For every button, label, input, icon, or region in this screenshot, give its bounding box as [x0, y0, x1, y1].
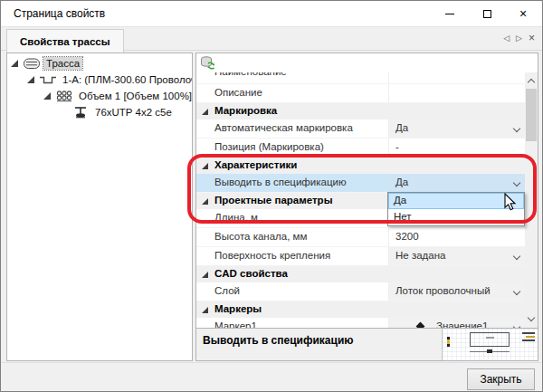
- collapse-triangle-icon[interactable]: [202, 272, 208, 278]
- property-name: Маркер1: [214, 320, 257, 328]
- property-row[interactable]: Маркер1Значение1: [196, 318, 525, 328]
- property-value-text: Да: [395, 177, 408, 187]
- tree-item[interactable]: Трасса: [7, 55, 192, 72]
- property-value[interactable]: [389, 72, 525, 83]
- chevron-down-icon[interactable]: [513, 324, 519, 328]
- collapse-triangle-icon[interactable]: [202, 198, 208, 205]
- property-name: Поверхность крепления: [214, 250, 330, 261]
- property-row[interactable]: Позиция (Маркировка)-: [196, 139, 525, 158]
- refresh-database-icon[interactable]: [200, 55, 215, 71]
- tree-item-label: 1-А: (ПЛМ-300.60 Проволоч: [60, 73, 192, 86]
- property-row[interactable]: Автоматическая маркировкаДа: [196, 120, 525, 139]
- close-dialog-button[interactable]: Закрыть: [467, 368, 535, 390]
- window-title: Страница свойств: [14, 7, 105, 20]
- tree-item-label: 76xUTP 4x2 c5e: [92, 106, 175, 119]
- property-value[interactable]: Значение1: [389, 318, 525, 328]
- close-icon: ×: [519, 7, 527, 20]
- expander-icon[interactable]: [11, 60, 18, 67]
- collapse-triangle-icon[interactable]: [202, 307, 208, 313]
- description-title: Выводить в спецификацию: [203, 334, 354, 347]
- property-name: Позиция (Маркировка): [214, 141, 324, 152]
- object-tree-panel: Трасса1-А: (ПЛМ-300.60 ПроволочОбъем 1 […: [6, 53, 193, 361]
- property-value-text: Да: [395, 122, 408, 133]
- category-row[interactable]: Маркировка: [196, 103, 525, 120]
- property-name: Описание: [214, 87, 262, 98]
- category-label: Маркеры: [214, 303, 262, 314]
- chevron-down-icon[interactable]: [513, 289, 519, 295]
- category-row[interactable]: CAD свойства: [196, 266, 525, 282]
- minimize-button[interactable]: [433, 1, 466, 26]
- property-name: Высота канала, мм: [214, 231, 307, 242]
- chevron-down-icon[interactable]: [513, 180, 519, 186]
- property-row[interactable]: Выводить в спецификациюДа: [196, 174, 525, 193]
- close-dialog-label: Закрыть: [480, 373, 521, 386]
- tray-section-icon: [23, 56, 41, 71]
- property-row[interactable]: Наименование: [196, 72, 525, 84]
- marker-diamond-icon: [416, 322, 425, 328]
- properties-window: Страница свойств × Свойства трассы ◁ ▷ ×…: [0, 0, 543, 392]
- description-panel: Выводить в спецификацию: [196, 328, 538, 360]
- grid-scrollbar[interactable]: [525, 72, 538, 328]
- property-value-text: Не задана: [395, 250, 445, 261]
- scroll-down-icon[interactable]: [528, 315, 535, 322]
- category-label: CAD свойства: [214, 268, 288, 279]
- property-value[interactable]: [389, 84, 525, 102]
- minimize-icon: [445, 14, 454, 14]
- expander-icon[interactable]: [27, 76, 34, 83]
- chevron-down-icon[interactable]: [513, 253, 519, 260]
- property-value-text: -: [395, 141, 399, 152]
- dimension-line: [470, 351, 510, 352]
- grid-toolbar: [196, 53, 538, 72]
- tree-item[interactable]: 1-А: (ПЛМ-300.60 Проволоч: [7, 72, 192, 88]
- maximize-icon: [483, 10, 491, 18]
- tree-item[interactable]: 76xUTP 4x2 c5e: [7, 104, 192, 120]
- value-dropdown-list: ДаНет: [387, 192, 525, 226]
- expander-icon[interactable]: [43, 92, 51, 100]
- footer-bar: Закрыть: [1, 362, 542, 392]
- dimension-mark: [447, 337, 450, 347]
- maximize-button[interactable]: [471, 1, 503, 26]
- property-value[interactable]: -: [389, 139, 525, 157]
- collapse-triangle-icon[interactable]: [202, 109, 208, 115]
- property-name: Длина, м: [214, 212, 258, 223]
- category-row[interactable]: Маркеры: [196, 301, 525, 318]
- property-value-text: Лоток проволочный: [395, 285, 491, 296]
- tree-item-label: Трасса: [43, 57, 82, 70]
- chevron-down-icon[interactable]: [513, 126, 519, 132]
- property-name: Выводить в спецификацию: [214, 177, 347, 187]
- category-label: Маркировка: [214, 105, 277, 116]
- property-value-text: 3200: [395, 231, 419, 242]
- property-row[interactable]: Описание: [196, 84, 525, 103]
- property-value[interactable]: 3200: [389, 228, 525, 246]
- tab-scroll-left-icon[interactable]: ◁: [503, 33, 510, 43]
- property-row[interactable]: Высота канала, мм3200: [196, 228, 525, 247]
- dropdown-option[interactable]: Да: [388, 193, 524, 209]
- dimension-labels: [522, 332, 535, 343]
- collapse-triangle-icon[interactable]: [202, 163, 208, 169]
- scroll-up-icon[interactable]: [528, 78, 535, 85]
- tab-label: Свойства трассы: [20, 36, 110, 47]
- scrollbar-thumb[interactable]: [526, 89, 537, 141]
- property-name: Слой: [214, 285, 240, 296]
- property-value[interactable]: Лоток проволочный: [389, 282, 525, 301]
- tab-close-icon[interactable]: ×: [529, 34, 535, 43]
- tray-icon: [39, 72, 57, 87]
- property-value[interactable]: Да: [389, 174, 525, 192]
- property-name: Наименование: [214, 72, 287, 77]
- tree-item-label: Объем 1 [Объем 100%] [: [76, 90, 192, 102]
- property-row[interactable]: СлойЛоток проволочный: [196, 282, 525, 301]
- property-row[interactable]: Поверхность крепленияНе задана: [196, 247, 525, 266]
- cable-bundle-icon: [55, 89, 73, 103]
- dropdown-option[interactable]: Нет: [388, 209, 524, 225]
- category-row[interactable]: Характеристики: [196, 158, 525, 174]
- property-value[interactable]: Да: [389, 120, 525, 138]
- tab-trace-properties[interactable]: Свойства трассы: [6, 29, 124, 53]
- preview-drawing: [442, 329, 538, 361]
- tab-strip: Свойства трассы ◁ ▷ ×: [1, 26, 542, 51]
- property-value[interactable]: Не задана: [389, 247, 525, 265]
- tree-item[interactable]: Объем 1 [Объем 100%] [: [7, 88, 192, 104]
- tab-scroll-right-icon[interactable]: ▷: [516, 33, 522, 43]
- tray-cross-section: [470, 332, 510, 347]
- property-value-text: Значение1: [436, 320, 488, 328]
- close-window-button[interactable]: ×: [507, 1, 539, 26]
